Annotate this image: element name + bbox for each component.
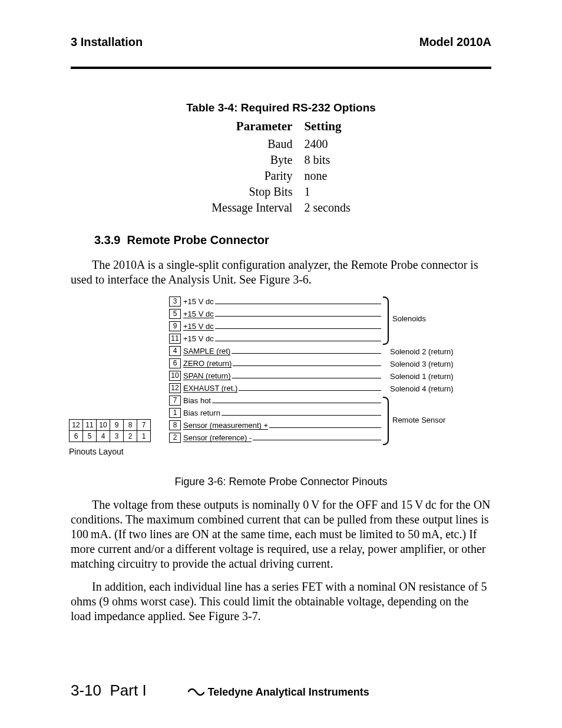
- pin-number: 10: [169, 371, 181, 381]
- pin-row: 2Sensor (reference) -: [169, 431, 381, 444]
- param-cell: Parity: [206, 168, 298, 184]
- col-setting: Setting: [298, 119, 356, 136]
- pinout-cell: 7: [137, 420, 151, 431]
- pin-label: Sensor (reference) -: [183, 433, 381, 443]
- pin-label: +15 V dc: [183, 321, 381, 331]
- pin-label: +15 V dc: [183, 297, 381, 307]
- page-footer: 3-10 Part I Teledyne Analytical Instrume…: [71, 681, 491, 700]
- pin-row: 3+15 V dc: [169, 295, 381, 308]
- pin-number: 4: [169, 346, 181, 356]
- pin-label-text: SAMPLE (ret): [183, 347, 230, 355]
- page-number: 3-10 Part I: [71, 681, 147, 700]
- pin-line: [215, 311, 381, 317]
- paragraph-2: The voltage from these outputs is nomina…: [71, 498, 491, 571]
- pin-line: [215, 336, 381, 341]
- brace-icon: [383, 397, 389, 445]
- figure-3-6: 3+15 V dc 5+15 V dc 9+15 V dc 11+15 V dc…: [75, 295, 487, 472]
- pin-line: [253, 435, 381, 440]
- pin-number: 5: [169, 309, 181, 319]
- pinout-cell: 11: [83, 420, 97, 431]
- header-rule: [71, 67, 491, 69]
- pin-label: Bias hot: [183, 396, 381, 406]
- table-caption: Table 3-4: Required RS-232 Options: [71, 101, 491, 114]
- pin-row: 8Sensor (measurement) +: [169, 419, 381, 431]
- solenoid-return-label: Solenoid 1 (return): [390, 372, 454, 381]
- pin-row: 9+15 V dc: [169, 320, 381, 332]
- pin-row: 5+15 V dc: [169, 308, 381, 320]
- pin-number: 2: [169, 433, 181, 443]
- setting-cell: 8 bits: [298, 152, 356, 168]
- teledyne-logo-icon: [188, 686, 204, 699]
- pin-number: 7: [169, 396, 181, 406]
- page: 3 Installation Model 2010A Table 3-4: Re…: [0, 0, 562, 728]
- pin-row: 11+15 V dc: [169, 332, 381, 345]
- pin-label-text: Sensor (reference) -: [183, 434, 252, 442]
- pin-label: ZERO (return): [183, 358, 381, 368]
- pin-number: 3: [169, 297, 181, 307]
- pin-label: EXHAUST (ret.): [183, 383, 381, 393]
- pin-row: 1Bias return: [169, 407, 381, 419]
- table-header-row: Parameter Setting: [206, 119, 356, 136]
- pin-label: SPAN (return): [183, 371, 381, 381]
- brand-name: Teledyne Analytical Instruments: [208, 686, 369, 699]
- pin-label: +15 V dc: [183, 334, 381, 344]
- pin-label-text: +15 V dc: [183, 298, 214, 305]
- pin-row: 12EXHAUST (ret.): [169, 382, 381, 394]
- pinout-layout: 12 11 10 9 8 7 6 5 4 3 2 1 Pinouts Layou…: [69, 419, 151, 456]
- pin-label-text: EXHAUST (ret.): [183, 384, 237, 393]
- pin-line: [215, 299, 381, 304]
- pin-line: [239, 386, 381, 391]
- pin-number: 11: [169, 334, 181, 344]
- pin-label-text: Bias return: [183, 409, 220, 417]
- pinout-row: 6 5 4 3 2 1: [70, 431, 151, 442]
- brace-icon: [383, 297, 389, 345]
- pinout-cell: 3: [110, 431, 124, 442]
- remote-sensor-label: Remote Sensor: [392, 416, 445, 424]
- part-label: Part I: [110, 681, 147, 699]
- pin-line: [269, 423, 381, 428]
- param-cell: Stop Bits: [206, 184, 298, 200]
- table-row: Paritynone: [206, 168, 356, 184]
- header-right: Model 2010A: [419, 35, 491, 49]
- setting-cell: 2 seconds: [298, 200, 356, 216]
- setting-cell: 2400: [298, 136, 356, 152]
- pin-label-text: +15 V dc: [183, 322, 214, 331]
- pin-row: 4SAMPLE (ret): [169, 345, 381, 357]
- pin-label: SAMPLE (ret): [183, 346, 381, 356]
- solenoid-return-label: Solenoid 4 (return): [390, 384, 454, 393]
- section-title: Remote Probe Connector: [127, 233, 269, 246]
- pin-number: 8: [169, 420, 181, 430]
- figure-caption: Figure 3-6: Remote Probe Connector Pinou…: [71, 476, 491, 488]
- section-number: 3.3.9: [94, 233, 120, 246]
- pin-label-text: Sensor (measurement) +: [183, 421, 268, 430]
- table-row: Stop Bits1: [206, 184, 356, 200]
- pin-line: [232, 348, 381, 354]
- pin-number: 12: [169, 383, 181, 393]
- pin-row: 6ZERO (return): [169, 357, 381, 370]
- pin-rows: 3+15 V dc 5+15 V dc 9+15 V dc 11+15 V dc…: [169, 295, 381, 444]
- pinout-cell: 9: [110, 420, 124, 431]
- pin-label: Bias return: [183, 408, 381, 418]
- pin-label-text: +15 V dc: [183, 335, 214, 342]
- pin-number: 9: [169, 321, 181, 331]
- pinout-cell: 10: [97, 420, 110, 431]
- param-cell: Baud: [206, 136, 298, 152]
- pinout-cell: 5: [83, 431, 97, 442]
- pinout-cell: 1: [137, 431, 151, 442]
- pin-label-text: Bias hot: [183, 397, 211, 404]
- paragraph-3: In addition, each individual line has a …: [71, 579, 491, 624]
- solenoid-return-label: Solenoid 3 (return): [390, 360, 454, 368]
- col-parameter: Parameter: [206, 119, 298, 136]
- pin-row: 7Bias hot: [169, 394, 381, 407]
- pinout-cell: 12: [70, 420, 83, 431]
- pin-label-text: +15 V dc: [183, 310, 214, 318]
- pin-label: Sensor (measurement) +: [183, 420, 381, 430]
- pin-line: [222, 410, 381, 416]
- pinout-cell: 6: [70, 431, 83, 442]
- pin-number: 6: [169, 358, 181, 368]
- param-cell: Byte: [206, 152, 298, 168]
- running-header: 3 Installation Model 2010A: [71, 35, 491, 49]
- pinout-cell: 2: [124, 431, 137, 442]
- table-row: Byte8 bits: [206, 152, 356, 168]
- param-cell: Message Interval: [206, 200, 298, 216]
